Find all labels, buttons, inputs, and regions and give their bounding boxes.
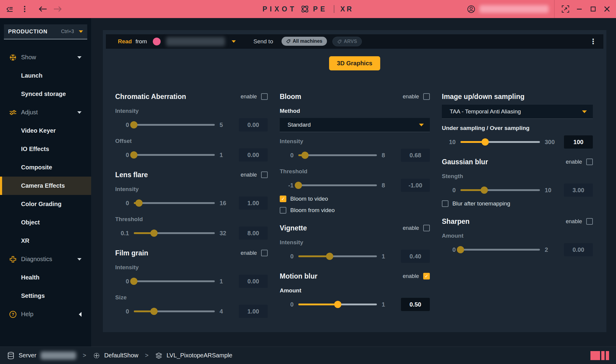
machine-name-redacted[interactable] — [166, 37, 225, 46]
send-target-label: ARVS — [344, 39, 357, 44]
slider-value-input[interactable]: 0.00 — [239, 148, 268, 162]
slider-track[interactable] — [298, 184, 377, 186]
param-label: Stength — [442, 173, 593, 180]
enable-checkbox[interactable] — [261, 250, 268, 256]
slider-thumb[interactable] — [135, 199, 143, 207]
collapse-sidebar-icon[interactable] — [4, 4, 15, 14]
slider-value-input[interactable]: -1.00 — [401, 179, 430, 192]
slider-thumb[interactable] — [457, 246, 464, 253]
sidebar-item-color-grading[interactable]: Color Grading — [0, 195, 91, 213]
slider-track[interactable] — [134, 232, 215, 234]
breadcrumb-show[interactable]: DefaultShow — [104, 352, 138, 359]
checkbox[interactable]: ✓ — [280, 196, 286, 202]
enable-checkbox[interactable] — [423, 225, 430, 231]
section-motion-blur: Motion blurenable✓Amount010.50 — [280, 271, 430, 311]
slider-offset: 010.00 — [115, 148, 268, 162]
slider-thumb[interactable] — [326, 253, 333, 260]
sidebar-item-show[interactable]: Show — [0, 48, 91, 66]
enable-checkbox[interactable] — [423, 93, 430, 100]
server-name-redacted[interactable] — [41, 352, 76, 359]
logo-text-right: PE — [313, 5, 328, 13]
chevron-down-icon — [77, 56, 82, 59]
slider-thumb[interactable] — [295, 182, 302, 189]
sidebar-item-launch[interactable]: Launch — [0, 66, 91, 85]
slider-track[interactable] — [460, 141, 540, 143]
enable-checkbox[interactable] — [586, 159, 593, 165]
sidebar-item-object[interactable]: Object — [0, 213, 91, 232]
dropdown-method[interactable]: Standard — [280, 118, 430, 132]
maximize-button[interactable] — [588, 4, 599, 14]
chevron-down-icon[interactable] — [232, 40, 236, 43]
sidebar-item-health[interactable]: Health — [0, 268, 91, 287]
back-arrow-icon[interactable] — [37, 4, 48, 14]
slider-thumb[interactable] — [301, 152, 309, 159]
slider-amount: 010.50 — [280, 298, 430, 311]
forward-arrow-icon[interactable] — [52, 4, 63, 14]
slider-track[interactable] — [134, 124, 215, 126]
slider-min-label: 0 — [115, 278, 129, 285]
sidebar-item-composite[interactable]: Composite — [0, 158, 91, 177]
slider-value-input[interactable]: 1.00 — [239, 196, 268, 210]
breadcrumb-level[interactable]: LVL_PixotopeARSample — [167, 352, 233, 359]
kebab-menu-icon[interactable] — [19, 4, 30, 14]
slider-value-input[interactable]: 0.00 — [239, 118, 268, 131]
enable-checkbox[interactable]: ✓ — [423, 273, 430, 279]
send-target-pill-all-machines[interactable]: All machines — [282, 37, 327, 46]
slider-thumb[interactable] — [481, 187, 488, 194]
3d-graphics-button[interactable]: 3D Graphics — [329, 56, 380, 70]
slider-value-input[interactable]: 100 — [564, 135, 593, 149]
title-bar: PIXOT PE XR — [0, 0, 616, 18]
slider-track[interactable] — [460, 189, 540, 191]
production-context-dropdown[interactable]: PRODUCTION Ctrl+3 — [4, 24, 87, 39]
enable-checkbox[interactable] — [586, 218, 593, 225]
slider-track[interactable] — [298, 304, 377, 305]
slider-track[interactable] — [134, 202, 215, 204]
section-title: Film grain — [115, 249, 148, 257]
checkbox[interactable] — [442, 200, 448, 207]
send-target-pill-arvs[interactable]: ARVS — [332, 37, 362, 46]
slider-value-input[interactable]: 3.00 — [564, 184, 593, 197]
slider-thumb[interactable] — [130, 278, 137, 285]
slider-track[interactable] — [298, 255, 377, 257]
section-header: Sharpenenable — [442, 216, 593, 227]
slider-value-input[interactable]: 0.50 — [401, 298, 430, 311]
close-button[interactable] — [602, 4, 612, 14]
sidebar-item-xr[interactable]: XR — [0, 232, 91, 250]
sidebar-item-video-keyer[interactable]: Video Keyer — [0, 122, 91, 140]
slider-track[interactable] — [134, 310, 215, 312]
checkbox[interactable] — [280, 207, 286, 214]
slider-value-input[interactable]: 0.68 — [401, 149, 430, 162]
slider-track[interactable] — [298, 154, 377, 156]
slider-value-input[interactable]: 1.00 — [239, 305, 268, 318]
tag-icon — [286, 39, 291, 44]
slider-value-input[interactable]: 0.00 — [239, 275, 268, 288]
slider-thumb[interactable] — [482, 138, 489, 146]
slider-track[interactable] — [460, 249, 540, 251]
sidebar-item-adjust[interactable]: Adjust — [0, 103, 91, 122]
sidebar-item-synced-storage[interactable]: Synced storage — [0, 85, 91, 103]
sidebar-item-settings[interactable]: Settings — [0, 287, 91, 305]
slider-thumb[interactable] — [130, 151, 137, 159]
slider-value-input[interactable]: 0.40 — [401, 250, 430, 263]
user-account-icon[interactable] — [466, 4, 476, 14]
minimize-button[interactable] — [574, 4, 585, 14]
slider-thumb[interactable] — [150, 230, 158, 237]
slider-value-input[interactable]: 0.00 — [564, 243, 593, 256]
dropdown-image-up-down-sampling[interactable]: TAA - Temporal Anti Aliasing — [442, 105, 593, 119]
toolbar-kebab-menu[interactable]: ⋮ — [590, 38, 597, 45]
slider-track[interactable] — [134, 280, 215, 282]
sidebar-item-io-effects[interactable]: IO Effects — [0, 140, 91, 158]
slider-intensity: 0161.00 — [115, 196, 268, 210]
sidebar-item-camera-effects[interactable]: Camera Effects — [0, 177, 91, 195]
titlebar-separator — [554, 0, 555, 18]
sidebar-item-help[interactable]: ?Help — [0, 305, 91, 323]
slider-thumb[interactable] — [334, 301, 341, 308]
enable-checkbox[interactable] — [261, 171, 268, 178]
slider-value-input[interactable]: 8.00 — [239, 227, 268, 240]
sidebar-item-diagnostics[interactable]: Diagnostics — [0, 250, 91, 268]
enable-checkbox[interactable] — [261, 93, 268, 100]
slider-thumb[interactable] — [150, 308, 158, 315]
slider-thumb[interactable] — [130, 121, 137, 128]
scale-display-icon[interactable] — [560, 4, 571, 14]
slider-track[interactable] — [134, 154, 215, 156]
